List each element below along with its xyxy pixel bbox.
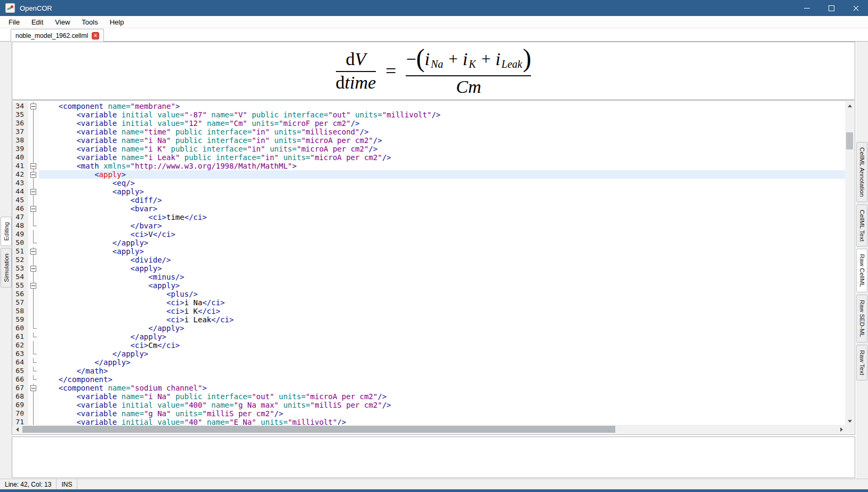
code-line[interactable]: 53 <apply> [12, 264, 846, 273]
code-line[interactable]: 70 <variable name="g_Na" units="milliS_p… [12, 409, 846, 418]
line-number: 64 [12, 358, 28, 367]
line-number: 56 [12, 290, 28, 298]
fold-collapse-icon[interactable] [28, 170, 39, 179]
menu-view[interactable]: View [49, 17, 76, 27]
menu-tools[interactable]: Tools [76, 17, 103, 27]
tab-cellml-annotation[interactable]: CellML Annotation [856, 142, 867, 202]
insert-mode: INS [57, 479, 77, 489]
code-line[interactable]: 51 <apply> [12, 247, 846, 256]
minimize-button[interactable] [794, 0, 819, 16]
fold-margin [28, 196, 39, 204]
fold-margin [28, 392, 39, 401]
code-lines[interactable]: 34 <component name="membrane">35 <variab… [12, 102, 846, 426]
code-line[interactable]: 67 <component name="sodium_channel"> [12, 384, 846, 392]
fold-collapse-icon[interactable] [28, 102, 39, 110]
horizontal-scrollbar-thumb[interactable] [22, 426, 615, 433]
code-line[interactable]: 41 <math xmlns="http://www.w3.org/1998/M… [12, 162, 846, 170]
cursor-position: Line: 42, Col: 13 [0, 479, 57, 489]
close-button[interactable] [843, 0, 868, 16]
fold-margin [28, 350, 39, 358]
menu-help[interactable]: Help [104, 17, 130, 27]
code-line[interactable]: 57 <ci>i_Na</ci> [12, 298, 846, 307]
code-line[interactable]: 55 <apply> [12, 281, 846, 290]
code-line[interactable]: 34 <component name="membrane"> [12, 102, 846, 110]
line-number: 40 [12, 153, 28, 162]
code-line[interactable]: 60 </apply> [12, 324, 846, 332]
code-line[interactable]: 36 <variable initial_value="12" name="Cm… [12, 119, 846, 128]
code-line[interactable]: 68 <variable name="i_Na" public_interfac… [12, 392, 846, 401]
menu-edit[interactable]: Edit [26, 17, 49, 27]
code-text: <apply> [39, 170, 846, 179]
fold-margin [28, 213, 39, 221]
code-line[interactable]: 38 <variable name="i_Na" public_interfac… [12, 136, 846, 145]
tab-editing[interactable]: Editing [1, 217, 12, 246]
scroll-left-button[interactable] [13, 425, 22, 434]
code-text: <math xmlns="http://www.w3.org/1998/Math… [39, 162, 846, 170]
code-text: <variable name="i_Leak" public_interface… [39, 153, 846, 162]
document-tab-bar: noble_model_1962.cellml [0, 29, 868, 42]
code-line[interactable]: 66 </component> [12, 375, 846, 384]
code-text: <ci>time</ci> [39, 213, 846, 221]
left-arrow-icon [16, 427, 19, 432]
code-line[interactable]: 42 <apply> [12, 170, 846, 179]
tab-cellml-text[interactable]: CellML Text [856, 204, 867, 247]
fold-collapse-icon[interactable] [28, 264, 39, 273]
fold-collapse-icon[interactable] [28, 204, 39, 213]
code-text: </apply> [39, 350, 846, 358]
fold-margin [28, 179, 39, 187]
vertical-scrollbar[interactable] [845, 101, 854, 426]
code-text: </apply> [39, 332, 846, 341]
code-line[interactable]: 50 </apply> [12, 239, 846, 247]
code-line[interactable]: 39 <variable name="i_K" public_interface… [12, 145, 846, 153]
code-line[interactable]: 40 <variable name="i_Leak" public_interf… [12, 153, 846, 162]
tab-noble-model-1962[interactable]: noble_model_1962.cellml [11, 29, 104, 42]
fold-collapse-icon[interactable] [28, 281, 39, 290]
code-line[interactable]: 65 </math> [12, 367, 846, 375]
code-line[interactable]: 37 <variable name="time" public_interfac… [12, 128, 846, 136]
fold-collapse-icon[interactable] [28, 247, 39, 256]
code-line[interactable]: 62 <ci>Cm</ci> [12, 341, 846, 350]
horizontal-scrollbar[interactable] [13, 425, 846, 434]
code-line[interactable]: 35 <variable initial_value="-87" name="V… [12, 110, 846, 119]
fold-collapse-icon[interactable] [28, 384, 39, 392]
code-line[interactable]: 45 <diff/> [12, 196, 846, 204]
code-line[interactable]: 69 <variable initial_value="400" name="g… [12, 401, 846, 409]
code-editor[interactable]: 34 <component name="membrane">35 <variab… [12, 100, 855, 435]
code-line[interactable]: 48 </bvar> [12, 221, 846, 230]
code-line[interactable]: 61 </apply> [12, 332, 846, 341]
scrollbar-corner [845, 425, 854, 434]
scroll-up-button[interactable] [845, 101, 854, 110]
fold-margin [28, 367, 39, 375]
line-number: 70 [12, 409, 28, 418]
tab-raw-cellml[interactable]: Raw CellML [856, 249, 867, 292]
code-line[interactable]: 43 <eq/> [12, 179, 846, 187]
code-line[interactable]: 63 </apply> [12, 350, 846, 358]
maximize-button[interactable] [819, 0, 843, 16]
code-text: <variable name="i_Na" public_interface="… [39, 136, 846, 145]
code-line[interactable]: 54 <minus/> [12, 273, 846, 281]
code-line[interactable]: 56 <plus/> [12, 290, 846, 298]
menu-file[interactable]: File [3, 17, 26, 27]
tab-raw-text[interactable]: Raw Text [856, 345, 867, 380]
code-line[interactable]: 49 <ci>V</ci> [12, 230, 846, 239]
code-line[interactable]: 47 <ci>time</ci> [12, 213, 846, 221]
lhs-fraction: dV dtime [336, 49, 376, 93]
maximize-icon [829, 5, 834, 11]
code-line[interactable]: 52 <divide/> [12, 256, 846, 264]
var-i-Leak: i [495, 49, 500, 69]
code-text: <variable name="g_Na" units="milliS_per_… [39, 409, 846, 418]
tab-raw-sed-ml[interactable]: Raw SED-ML [856, 295, 867, 343]
line-number: 66 [12, 375, 28, 384]
code-line[interactable]: 44 <apply> [12, 187, 846, 196]
code-line[interactable]: 59 <ci>i_Leak</ci> [12, 315, 846, 324]
fold-collapse-icon[interactable] [28, 162, 39, 170]
vertical-scrollbar-thumb[interactable] [846, 132, 853, 149]
code-line[interactable]: 64 </apply> [12, 358, 846, 367]
fold-collapse-icon[interactable] [28, 187, 39, 196]
fold-margin [28, 324, 39, 332]
tab-close-icon[interactable] [92, 32, 99, 39]
code-line[interactable]: 46 <bvar> [12, 204, 846, 213]
code-line[interactable]: 58 <ci>i_K</ci> [12, 307, 846, 315]
fold-margin [28, 332, 39, 341]
tab-simulation[interactable]: Simulation [1, 248, 12, 288]
